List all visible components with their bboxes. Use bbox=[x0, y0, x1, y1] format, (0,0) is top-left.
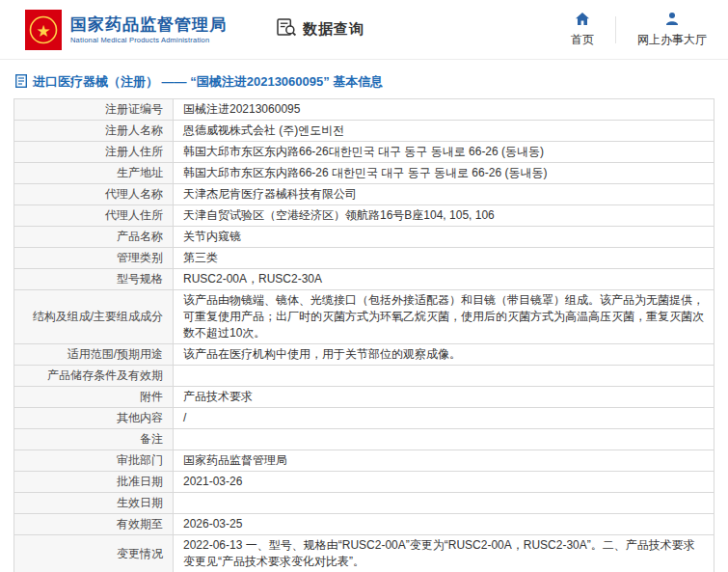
agency-name-cn: 国家药品监督管理局 bbox=[70, 14, 227, 35]
field-label: 生产地址 bbox=[14, 163, 174, 184]
field-value: 产品技术要求 bbox=[174, 387, 715, 408]
table-row: 备注 bbox=[14, 429, 715, 450]
field-label: 有效期至 bbox=[14, 514, 174, 535]
field-value: 恩德威视株式会社 (주)엔도비전 bbox=[174, 121, 715, 142]
top-nav: 首页 网上办事大厅 bbox=[571, 12, 707, 48]
svg-text:★: ★ bbox=[36, 21, 50, 40]
nmpa-logo[interactable]: ★ 国家药品监督管理局 National Medical Products Ad… bbox=[25, 10, 227, 50]
field-label: 结构及组成/主要组成成分 bbox=[14, 290, 174, 344]
field-value: 国家药品监督管理局 bbox=[174, 450, 715, 472]
table-row: 代理人名称天津杰尼肯医疗器械科技有限公司 bbox=[14, 184, 715, 205]
field-value: RUSC2-00A，RUSC2-30A bbox=[174, 269, 715, 290]
field-value bbox=[174, 366, 715, 387]
field-label: 注册人名称 bbox=[14, 121, 174, 142]
field-label: 产品名称 bbox=[14, 227, 174, 248]
field-label: 附件 bbox=[14, 387, 174, 408]
field-label: 注册人住所 bbox=[14, 142, 174, 163]
field-value bbox=[174, 493, 715, 514]
field-label: 代理人名称 bbox=[14, 184, 174, 205]
table-row: 型号规格RUSC2-00A，RUSC2-30A bbox=[14, 269, 715, 290]
data-query-tab[interactable]: 数据查询 bbox=[277, 18, 364, 41]
table-row: 变更情况2022-06-13 一、型号、规格由“RUSC2-00A”变更为“RU… bbox=[14, 535, 715, 572]
field-label: 其他内容 bbox=[14, 408, 174, 429]
field-value: 第三类 bbox=[174, 248, 715, 269]
table-row: 产品名称关节内窥镜 bbox=[14, 227, 715, 248]
table-row: 生产地址韩国大邱市东区东内路66-26 대한민국 대구 동구 동내로 66-26… bbox=[14, 163, 715, 184]
field-value: 关节内窥镜 bbox=[174, 227, 715, 248]
table-row: 代理人住所天津自贸试验区（空港经济区）领航路16号B座104, 105, 106 bbox=[14, 205, 715, 227]
person-icon bbox=[664, 12, 680, 29]
document-icon bbox=[15, 74, 27, 91]
field-label: 注册证编号 bbox=[14, 99, 174, 121]
site-header: ★ 国家药品监督管理局 National Medical Products Ad… bbox=[0, 0, 728, 60]
field-value: 天津自贸试验区（空港经济区）领航路16号B座104, 105, 106 bbox=[174, 205, 715, 227]
table-row: 注册人名称恩德威视株式会社 (주)엔도비전 bbox=[14, 121, 715, 142]
page-title: 进口医疗器械（注册） —— “国械注进20213060095” 基本信息 bbox=[15, 73, 715, 91]
registration-detail-table: 注册证编号国械注进20213060095注册人名称恩德威视株式会社 (주)엔도비… bbox=[13, 98, 715, 572]
table-row: 注册证编号国械注进20213060095 bbox=[14, 99, 715, 121]
field-label: 批准日期 bbox=[14, 472, 174, 493]
data-query-icon bbox=[277, 18, 297, 41]
home-icon bbox=[575, 12, 590, 29]
nav-service-hall[interactable]: 网上办事大厅 bbox=[637, 12, 707, 48]
national-emblem-icon: ★ bbox=[25, 10, 62, 50]
field-label: 代理人住所 bbox=[14, 205, 174, 227]
nav-home[interactable]: 首页 bbox=[571, 12, 594, 48]
table-row: 审批部门国家药品监督管理局 bbox=[14, 450, 715, 472]
field-value: 该产品由物镜端、镜体、光缆接口（包括外接适配器）和目镜（带目镜罩）组成。该产品为… bbox=[174, 290, 715, 344]
field-value: 2021-03-26 bbox=[174, 472, 715, 493]
field-label: 生效日期 bbox=[14, 493, 174, 514]
field-label: 产品储存条件及有效期 bbox=[14, 366, 174, 387]
field-value: 天津杰尼肯医疗器械科技有限公司 bbox=[174, 184, 715, 205]
nav-hall-label: 网上办事大厅 bbox=[637, 32, 707, 48]
field-value bbox=[174, 429, 715, 450]
table-row: 批准日期2021-03-26 bbox=[14, 472, 715, 493]
table-row: 产品储存条件及有效期 bbox=[14, 366, 715, 387]
table-row: 其他内容/ bbox=[14, 408, 715, 429]
table-row: 管理类别第三类 bbox=[14, 248, 715, 269]
agency-name-en: National Medical Products Administration bbox=[70, 36, 227, 44]
page-title-text: 进口医疗器械（注册） —— “国械注进20213060095” 基本信息 bbox=[33, 73, 383, 91]
field-label: 型号规格 bbox=[14, 269, 174, 290]
field-label: 管理类别 bbox=[14, 248, 174, 269]
table-row: 有效期至2026-03-25 bbox=[14, 514, 715, 535]
table-row: 附件产品技术要求 bbox=[14, 387, 715, 408]
field-value: / bbox=[174, 408, 715, 429]
field-value: 国械注进20213060095 bbox=[174, 99, 715, 121]
field-value: 2022-06-13 一、型号、规格由“RUSC2-00A”变更为“RUSC2-… bbox=[174, 535, 715, 572]
field-value: 该产品在医疗机构中使用，用于关节部位的观察成像。 bbox=[174, 344, 715, 366]
field-label: 变更情况 bbox=[14, 535, 174, 572]
field-label: 适用范围/预期用途 bbox=[14, 344, 174, 366]
table-row: 生效日期 bbox=[14, 493, 715, 514]
data-query-label: 数据查询 bbox=[303, 20, 364, 39]
field-value: 韩国大邱市东区东内路66-26대한민국 대구 동구 동내로 66-26 (동내동… bbox=[174, 142, 715, 163]
table-row: 适用范围/预期用途该产品在医疗机构中使用，用于关节部位的观察成像。 bbox=[14, 344, 715, 366]
nav-divider bbox=[615, 16, 616, 43]
nav-home-label: 首页 bbox=[571, 32, 594, 48]
field-label: 备注 bbox=[14, 429, 174, 450]
field-label: 审批部门 bbox=[14, 450, 174, 472]
main-content: 进口医疗器械（注册） —— “国械注进20213060095” 基本信息 注册证… bbox=[0, 60, 728, 572]
agency-name-block: 国家药品监督管理局 National Medical Products Admi… bbox=[70, 14, 227, 43]
field-value: 2026-03-25 bbox=[174, 514, 715, 535]
field-value: 韩国大邱市东区东内路66-26 대한민국 대구 동구 동내로 66-26 (동내… bbox=[174, 163, 715, 184]
table-row: 结构及组成/主要组成成分该产品由物镜端、镜体、光缆接口（包括外接适配器）和目镜（… bbox=[14, 290, 715, 344]
table-row: 注册人住所韩国大邱市东区东内路66-26대한민국 대구 동구 동내로 66-26… bbox=[14, 142, 715, 163]
